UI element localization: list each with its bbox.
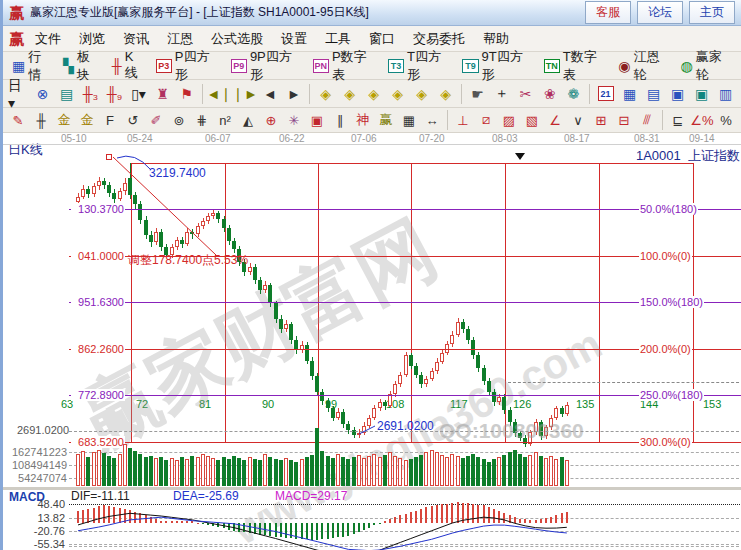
square2-icon[interactable]: ⊟ (613, 110, 635, 130)
toolbar1-item-9[interactable]: ◉江恩轮 (613, 46, 674, 86)
candle (346, 424, 350, 430)
flag-icon[interactable]: ⚑ (175, 83, 198, 105)
fibonacci-icon[interactable]: F (99, 110, 121, 130)
dense-grid-icon[interactable]: ▦ (398, 110, 420, 130)
toolbar1-item-1[interactable]: ▚板块 (58, 46, 106, 86)
gold-grid-icon[interactable]: 金 (53, 110, 75, 130)
net-icon[interactable]: ⊗ (31, 83, 54, 105)
forum-button[interactable]: 论坛 (637, 1, 683, 24)
export-icon[interactable]: ▥ (714, 83, 737, 105)
home-button[interactable]: 主页 (689, 1, 735, 24)
prev-icon[interactable]: ◄ (258, 83, 281, 105)
angle-ruler-icon[interactable]: ◭ (237, 110, 259, 130)
toolbar1-item-5[interactable]: PNP数字表 (308, 46, 382, 86)
last-icon[interactable]: ❘► (233, 83, 258, 105)
volume-grid-line (69, 452, 741, 453)
spiral-icon[interactable]: ↺ (122, 110, 144, 130)
macd-histogram-bar (462, 503, 464, 523)
macd-histogram-bar (82, 510, 84, 523)
star-grid-icon[interactable]: ✳ (283, 110, 305, 130)
toolbar1-item-4[interactable]: P99P四方形 (226, 46, 307, 86)
macd-axis-label: -55.34 (19, 538, 65, 550)
grid-lines-icon[interactable]: ╫ (30, 110, 52, 130)
parallel-lines-icon[interactable]: ⫻ (636, 110, 658, 130)
target-icon[interactable]: ⊕ (260, 110, 282, 130)
candle-style-dropdown[interactable]: ▯▾ (127, 83, 150, 105)
save-as-icon[interactable]: ▣ (690, 83, 713, 105)
gann-fan-icon[interactable]: ⧄ (475, 110, 497, 130)
macd-histogram-bar (535, 520, 537, 523)
toolbar1-item-8[interactable]: TNT数字表 (539, 46, 612, 86)
toolbar1-item-6[interactable]: T3T四方形 (383, 46, 456, 86)
candle (560, 408, 564, 413)
pattern-icon[interactable]: ♜ (151, 83, 174, 105)
volume-bar (289, 460, 293, 486)
angle-line-icon[interactable]: ∠ (544, 110, 566, 130)
zigzag-icon[interactable]: ∨ (567, 110, 589, 130)
chart-stage[interactable]: 日K线 1A0001 上证指数 05-1005-2406-0706-2207-0… (3, 133, 741, 550)
gold-grid2-icon[interactable]: 金 (76, 110, 98, 130)
axis-icon[interactable]: ⊥ (452, 110, 474, 130)
macd-histogram-bar (503, 513, 505, 523)
bracket-icon[interactable]: ⊑ (667, 110, 689, 130)
macd-histogram-bar (290, 523, 292, 538)
scissors-icon[interactable]: ✂ (514, 83, 537, 105)
flower-icon[interactable]: ❀ (538, 83, 561, 105)
diamond-full-icon[interactable]: ◈ (434, 83, 457, 105)
period-dropdown[interactable]: 日▾ (7, 83, 30, 105)
calendar-icon[interactable]: 21 (594, 83, 617, 105)
hand-icon[interactable]: ☛ (466, 83, 489, 105)
volume-bar (326, 456, 330, 486)
date-tick: 07-06 (351, 133, 377, 144)
volume-bar (320, 451, 324, 486)
win-grid-icon[interactable]: 赢 (375, 110, 397, 130)
toolbar1-item-7[interactable]: T99T四方形 (457, 46, 537, 86)
box-grid-icon[interactable]: ▣ (306, 110, 328, 130)
fan-grid2-icon[interactable]: ▧ (521, 110, 543, 130)
crosshair-icon[interactable]: ＋ (490, 83, 513, 105)
shen-grid-icon[interactable]: 神 (352, 110, 374, 130)
volume-bar (211, 458, 215, 486)
h-measure-icon[interactable]: ↔ (421, 110, 443, 130)
candle (190, 232, 194, 235)
brain-icon[interactable]: ❁ (562, 83, 585, 105)
diamond-vexpand-icon[interactable]: ◈ (410, 83, 433, 105)
square-number-icon[interactable]: n² (214, 110, 236, 130)
next-icon[interactable]: ► (282, 83, 305, 105)
diamond-left-icon[interactable]: ◈ (314, 83, 337, 105)
diamond-expand-icon[interactable]: ◈ (386, 83, 409, 105)
toolbar1-item-2[interactable]: ╫K线 (107, 47, 150, 84)
toolbar-separator (202, 84, 203, 104)
diamond-down-icon[interactable]: ◈ (338, 83, 361, 105)
service-button[interactable]: 客服 (585, 1, 631, 24)
list-icon[interactable]: ▤ (55, 83, 78, 105)
menu-logo-icon: 赢 (9, 31, 24, 46)
toolbar1-item-3[interactable]: P3P四方形 (151, 46, 225, 86)
save-icon[interactable]: ▣ (666, 83, 689, 105)
notes-icon[interactable]: ▤ (642, 83, 665, 105)
percent-angle-icon[interactable]: ∠% (690, 110, 714, 130)
volume-bar (279, 460, 283, 486)
square-icon[interactable]: ⊞ (590, 110, 612, 130)
chart9-icon[interactable]: ╫₉ (103, 83, 126, 105)
candle (372, 408, 376, 417)
toolbar1-item-10[interactable]: ◍赢家轮 (676, 46, 737, 86)
marker-triangle-icon (515, 153, 525, 160)
compass-icon[interactable]: ⊚ (168, 110, 190, 130)
candle (362, 426, 366, 434)
first-icon[interactable]: ◄❘ (207, 83, 232, 105)
percent-icon[interactable]: % (715, 110, 737, 130)
calculator-icon[interactable]: ▦ (618, 83, 641, 105)
macd-histogram-bar (160, 521, 162, 523)
pen-icon[interactable]: ✎ (7, 110, 29, 130)
fan-grid-icon[interactable]: ▨ (498, 110, 520, 130)
chart3-icon[interactable]: ╫₃ (79, 83, 102, 105)
macd-histogram-bar (275, 523, 277, 537)
diamond-up-icon[interactable]: ◈ (362, 83, 385, 105)
parallel-icon[interactable]: ∥ (329, 110, 351, 130)
candle (253, 267, 257, 280)
dashdot-line (508, 382, 741, 383)
candle (128, 178, 132, 195)
draw-icon[interactable]: ✐ (145, 110, 167, 130)
hatch-icon[interactable]: ⋕ (191, 110, 213, 130)
